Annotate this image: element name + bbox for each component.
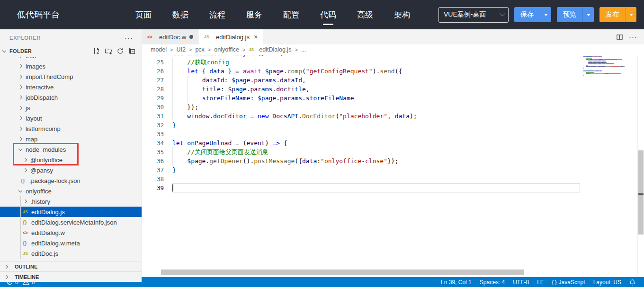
language-status[interactable]: { } JavaScript — [552, 279, 585, 286]
code-line-39[interactable]: 39 — [142, 183, 580, 192]
cursor-position-status[interactable]: Ln 39, Col 1 — [441, 279, 472, 286]
indentation-status[interactable]: Spaces: 4 — [480, 279, 505, 286]
publish-button[interactable]: 发布 — [599, 7, 636, 22]
token: $page — [187, 157, 206, 165]
more-actions-icon[interactable]: ··· — [125, 35, 133, 40]
tree-item-editdoc-js[interactable]: JSeditDoc.js — [0, 248, 142, 259]
tree-item-editdialog-w[interactable]: <>editDialog.w — [0, 227, 142, 238]
vertical-scrollbar[interactable] — [637, 55, 644, 277]
code-editor[interactable]: 24let initEditor = async () => {25 //获取c… — [142, 55, 644, 277]
code-line-content — [172, 183, 580, 192]
save-button-label[interactable]: 保存 — [514, 7, 540, 22]
code-line-34[interactable]: 34let onPageUnload = (event) => { — [142, 139, 580, 148]
tree-item-jobdispatch[interactable]: jobDispatch — [0, 92, 142, 103]
split-editor-icon[interactable] — [616, 34, 623, 41]
tree-item-onlyoffice[interactable]: onlyoffice — [0, 186, 142, 196]
bell-icon[interactable] — [629, 279, 635, 286]
breadcrumb-item-[interactable]: ... — [301, 46, 306, 53]
breadcrumb-item-pcx[interactable]: pcx — [195, 46, 204, 53]
tree-item-interactive[interactable]: interactive — [0, 82, 142, 92]
breadcrumb-item-onlyoffice[interactable]: onlyoffice — [214, 46, 239, 53]
tab-editdoc-w[interactable]: <>editDoc.w — [142, 29, 199, 44]
outline-section-header[interactable]: OUTLINE — [0, 261, 142, 271]
encoding-status[interactable]: UTF-8 — [513, 279, 529, 286]
vertical-scrollbar-thumb[interactable] — [638, 150, 644, 235]
eol-status[interactable]: LF — [537, 279, 544, 286]
app-title: 低代码平台 — [17, 9, 60, 20]
token: = — [224, 55, 235, 57]
tree-item-node-modules[interactable]: node_modules — [0, 144, 142, 155]
minimap[interactable] — [583, 55, 624, 277]
nav-item-advanced[interactable]: 高级 — [357, 9, 373, 20]
breadcrumb-item-ui2[interactable]: UI2 — [176, 46, 185, 53]
nav-item-config[interactable]: 配置 — [283, 9, 299, 20]
code-line-29[interactable]: 29 storeFileName: $page.params.storeFile… — [142, 94, 580, 103]
refresh-icon[interactable] — [116, 47, 124, 55]
line-number: 32 — [142, 121, 164, 130]
code-line-28[interactable]: 28 title: $page.params.doctitle, — [142, 85, 580, 94]
code-line-content: } — [172, 165, 580, 174]
tree-item-editdialog-w-meta[interactable]: {}editDialog.w.meta — [0, 238, 142, 248]
tree-item-map[interactable]: map — [0, 134, 142, 144]
tree-item-editdialog-js[interactable]: JSeditDialog.js — [0, 207, 142, 217]
timeline-section-header[interactable]: TIMELINE — [0, 271, 142, 282]
code-line-38[interactable]: 38 — [142, 174, 580, 183]
breadcrumb-item-editdialog-js[interactable]: JSeditDialog.js — [249, 46, 291, 53]
folder-section-header[interactable]: FOLDER — [0, 45, 142, 57]
project-select[interactable]: VUE案例-桌面 — [438, 7, 509, 23]
code-line-30[interactable]: 30 }); — [142, 103, 580, 112]
tab-editdialog-js[interactable]: JSeditDialog.js× — [199, 29, 263, 44]
tree-item-layout[interactable]: layout — [0, 113, 142, 123]
tree-item-onlyoffice[interactable]: @onlyoffice — [0, 155, 142, 165]
code-line-36[interactable]: 36 $page.getOpener().postMessage({data:"… — [142, 157, 580, 165]
more-actions-icon[interactable]: ··· — [629, 35, 637, 39]
code-line-33[interactable]: 33 — [142, 130, 580, 139]
nav-item-service[interactable]: 服务 — [246, 9, 262, 20]
modified-dot-icon[interactable] — [189, 35, 193, 39]
tree-item-js[interactable]: js — [0, 103, 142, 113]
nav-item-data[interactable]: 数据 — [172, 9, 188, 20]
code-line-27[interactable]: 27 dataId: $page.params.dataId, — [142, 76, 580, 85]
collapse-all-icon[interactable] — [128, 47, 136, 55]
publish-dropdown-button[interactable] — [625, 7, 636, 22]
tree-item-listformcomp[interactable]: listformcomp — [0, 123, 142, 134]
code-line-31[interactable]: 31 window.docEditor = new DocsAPI.DocEdi… — [142, 112, 580, 121]
preview-button[interactable]: 预览 — [557, 7, 594, 22]
horizontal-scrollbar-thumb[interactable] — [161, 270, 524, 275]
nav-item-flow[interactable]: 流程 — [209, 9, 225, 20]
preview-button-label[interactable]: 预览 — [557, 7, 582, 22]
token — [172, 157, 187, 165]
nav-item-code[interactable]: 代码 — [320, 9, 336, 20]
line-number: 27 — [142, 76, 164, 85]
save-button[interactable]: 保存 — [514, 7, 551, 22]
nav-item-arch[interactable]: 架构 — [394, 9, 410, 20]
tree-item-fron[interactable]: fron — [0, 57, 142, 61]
chevron-down-icon — [500, 11, 505, 16]
tree-item-package-lock-json[interactable]: {}.package-lock.json — [0, 175, 142, 186]
token: send — [380, 68, 394, 75]
nav-item-page[interactable]: 页面 — [135, 9, 152, 20]
token: //获取config — [172, 59, 229, 66]
tree-item-images[interactable]: images — [0, 61, 142, 71]
tree-item-pansy[interactable]: @pansy — [0, 165, 142, 175]
keyboard-layout-status[interactable]: Layout: US — [593, 279, 621, 286]
new-folder-icon[interactable] — [105, 47, 112, 55]
code-line-26[interactable]: 26 let { data } = await $page.comp("getC… — [142, 67, 580, 76]
token: storeFileName — [202, 95, 250, 102]
code-line-37[interactable]: 37} — [142, 165, 580, 174]
close-icon[interactable]: × — [254, 33, 258, 41]
publish-button-label[interactable]: 发布 — [599, 7, 625, 22]
preview-dropdown-button[interactable] — [582, 7, 594, 22]
minimap-line — [583, 66, 624, 68]
new-file-icon[interactable] — [93, 47, 100, 55]
code-line-32[interactable]: 32} — [142, 121, 580, 130]
code-line-25[interactable]: 25 //获取config — [142, 58, 580, 67]
save-dropdown-button[interactable] — [540, 7, 551, 22]
tree-item-history[interactable]: .history — [0, 196, 142, 207]
tree-item-editdialog-servicemetainfo-json[interactable]: {}editDialog.serviceMetaInfo.json — [0, 217, 142, 227]
breadcrumb-item-model[interactable]: model — [151, 46, 167, 53]
breadcrumb-label: ... — [301, 46, 306, 53]
line-number: 37 — [142, 165, 164, 174]
tree-item-importthirdcomp[interactable]: importThirdComp — [0, 71, 142, 82]
code-line-35[interactable]: 35 //关闭页面给父页面发送消息 — [142, 148, 580, 157]
